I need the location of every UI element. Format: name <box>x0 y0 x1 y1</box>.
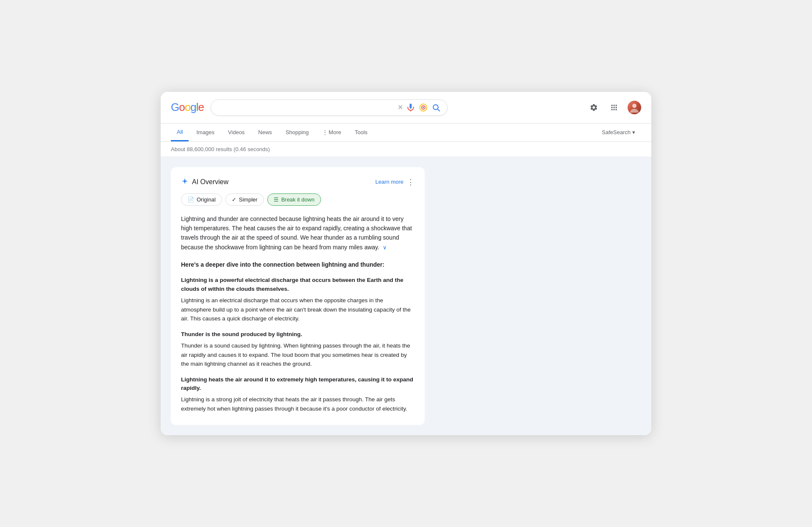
user-avatar[interactable] <box>628 101 641 114</box>
svg-line-4 <box>438 109 440 111</box>
search-bar[interactable]: explain the connection between lightning… <box>211 99 447 116</box>
ai-subsection-1: Lightning is a powerful electrical disch… <box>181 276 414 323</box>
tab-tools[interactable]: Tools <box>349 124 373 141</box>
search-icons <box>406 103 440 112</box>
ai-section-header: Here's a deeper dive into the connection… <box>181 260 414 269</box>
pill-break-it-down[interactable]: ☰ Break it down <box>267 193 321 206</box>
search-submit-icon[interactable] <box>432 103 440 112</box>
logo-letter-o1: o <box>179 101 184 114</box>
ai-overview-title-text: AI Overview <box>192 178 228 186</box>
ai-intro-content: Lightning and thunder are connected beca… <box>181 215 412 251</box>
expand-button[interactable]: ∨ <box>383 243 387 252</box>
search-input[interactable]: explain the connection between lightning… <box>218 104 394 111</box>
ai-overview-actions: Learn more ⋮ <box>376 177 414 187</box>
learn-more-link[interactable]: Learn more <box>376 179 403 185</box>
safesearch-label: SafeSearch <box>602 129 631 135</box>
svg-point-2 <box>422 107 424 108</box>
logo-letter-g: G <box>171 101 179 114</box>
original-pill-icon: 📄 <box>187 196 194 203</box>
more-label: More <box>329 129 341 135</box>
ai-subsection-3: Lightning heats the air around it to ext… <box>181 375 414 414</box>
ai-sparkle-icon <box>181 177 189 187</box>
svg-point-6 <box>632 104 636 108</box>
ai-subsection-2-text: Thunder is a sound caused by lightning. … <box>181 341 414 369</box>
main-content: AI Overview Learn more ⋮ 📄 Original ✓ Si… <box>161 157 651 436</box>
tab-news[interactable]: News <box>252 124 278 141</box>
ai-subsection-2: Thunder is the sound produced by lightni… <box>181 330 414 369</box>
ai-overview-title: AI Overview <box>181 177 228 187</box>
logo-letter-g2: g <box>190 101 196 114</box>
tab-more[interactable]: ⋮ More <box>316 124 347 141</box>
pill-original[interactable]: 📄 Original <box>181 193 222 206</box>
logo-letter-o2: o <box>185 101 190 114</box>
clear-search-icon[interactable]: ✕ <box>398 103 403 111</box>
ai-overview-box: AI Overview Learn more ⋮ 📄 Original ✓ Si… <box>171 167 425 425</box>
google-logo: G o o g l e <box>171 101 204 114</box>
simpler-pill-icon: ✓ <box>232 196 236 203</box>
ai-subsection-3-title: Lightning heats the air around it to ext… <box>181 375 414 393</box>
ai-subsection-1-text: Lightning is an electrical discharge tha… <box>181 296 414 323</box>
top-right-controls <box>587 101 641 114</box>
mic-icon[interactable] <box>406 103 415 112</box>
tab-shopping[interactable]: Shopping <box>280 124 315 141</box>
tab-videos[interactable]: Videos <box>222 124 251 141</box>
more-options-icon[interactable]: ⋮ <box>407 177 414 187</box>
results-count: About 88,600,000 results (0.46 seconds) <box>161 142 651 157</box>
safesearch-button[interactable]: SafeSearch ▾ <box>596 124 641 141</box>
original-pill-label: Original <box>197 196 216 203</box>
ai-overview-header: AI Overview Learn more ⋮ <box>181 177 414 187</box>
chevron-down-icon: ▾ <box>632 129 635 135</box>
browser-window: G o o g l e explain the connection betwe… <box>161 92 651 436</box>
logo-letter-e: e <box>198 101 203 114</box>
simpler-pill-label: Simpler <box>239 196 258 203</box>
lens-icon[interactable] <box>419 103 428 112</box>
break-it-down-pill-label: Break it down <box>281 196 315 203</box>
apps-button[interactable] <box>607 101 621 114</box>
ai-subsection-1-title: Lightning is a powerful electrical disch… <box>181 276 414 293</box>
break-it-down-pill-icon: ☰ <box>274 196 279 203</box>
settings-button[interactable] <box>587 101 601 114</box>
top-bar: G o o g l e explain the connection betwe… <box>161 92 651 124</box>
nav-tabs: All Images Videos News Shopping ⋮ More T… <box>161 124 651 142</box>
style-pills: 📄 Original ✓ Simpler ☰ Break it down <box>181 193 414 206</box>
ai-subsection-2-title: Thunder is the sound produced by lightni… <box>181 330 414 339</box>
ai-intro-text: Lightning and thunder are connected beca… <box>181 214 414 252</box>
tab-images[interactable]: Images <box>190 124 220 141</box>
more-dots-icon: ⋮ <box>322 129 328 135</box>
pill-simpler[interactable]: ✓ Simpler <box>225 193 264 206</box>
ai-subsection-3-text: Lightning is a strong jolt of electricit… <box>181 395 414 413</box>
tab-all[interactable]: All <box>171 124 189 141</box>
